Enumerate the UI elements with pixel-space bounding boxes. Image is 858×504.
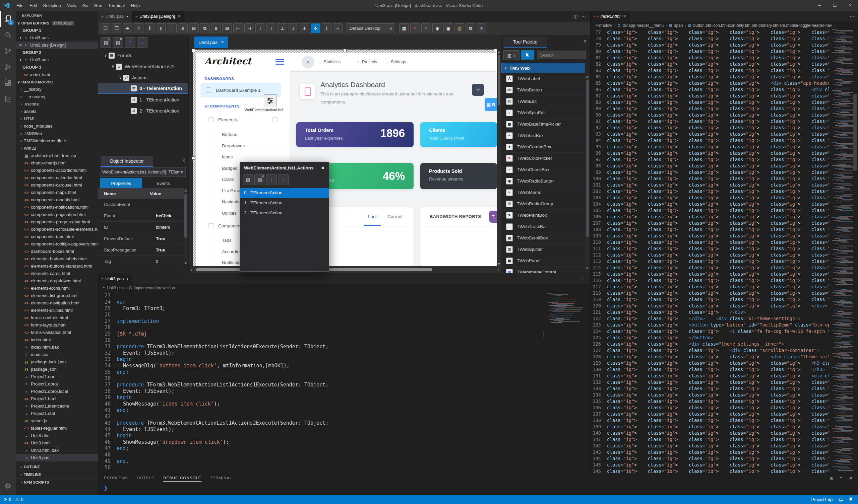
code-line[interactable]: 105class="ig"> class="ig"> class="ig"> c… bbox=[591, 207, 829, 214]
file-Project1-dproj-local[interactable]: ≡Project1.dproj.local bbox=[16, 388, 98, 395]
palette-item-twebpaintbox[interactable]: ✎TWebPaintBox bbox=[502, 210, 585, 221]
palette-item-twebtrackbar[interactable]: ↔TWebTrackBar bbox=[502, 221, 585, 232]
code-line[interactable]: 91class="ig"> class="ig"> class="ig"> cl… bbox=[591, 118, 829, 125]
code-line[interactable]: 41end; bbox=[98, 407, 544, 413]
tree-item-form3[interactable]: ∨▦Form3 bbox=[98, 50, 188, 61]
blue-action-button[interactable]: ▤B bbox=[484, 98, 497, 111]
code-line[interactable]: 114class="ig"> class="ig"> class="ig"> c… bbox=[591, 264, 829, 271]
code-line[interactable]: 126class="ig"> class="ig"> <div class="t… bbox=[591, 341, 829, 347]
open-folder-icon[interactable]: ▤ bbox=[455, 23, 464, 33]
palette-item-twebcolorpicker[interactable]: ✎TWebColorPicker bbox=[502, 153, 585, 164]
close-panel-icon[interactable]: ✕ bbox=[849, 476, 853, 481]
file-charts-chartjs-html[interactable]: <>charts-chartjs.html bbox=[16, 159, 98, 167]
file-components-carousel-html[interactable]: <>components-carousel.html bbox=[16, 181, 98, 189]
resize-handle[interactable] bbox=[494, 49, 497, 52]
code-line[interactable]: 124class="ig"> class="ig"> class="ig"> <… bbox=[591, 328, 829, 335]
code-line[interactable]: 92class="ig"> class="ig"> class="ig"> cl… bbox=[591, 125, 829, 131]
code-line[interactable]: 109class="ig"> class="ig"> class="ig"> c… bbox=[591, 233, 829, 239]
workspace-header[interactable]: ∨ DASHBOARDVSC bbox=[16, 78, 98, 86]
file-elements-icons-html[interactable]: <>elements-icons.html bbox=[16, 284, 98, 292]
section-npm-scripts[interactable]: ›NPM SCRIPTS bbox=[16, 478, 98, 486]
file-Unit3-dfm[interactable]: ≡Unit3.dfm bbox=[16, 432, 98, 439]
checkbox-icon[interactable] bbox=[208, 117, 213, 122]
html-breadcrumb[interactable]: r-shadow›⊡div.app-header__menu›⊡span›⊡bu… bbox=[591, 22, 858, 29]
code-line[interactable]: 50 bbox=[98, 465, 544, 471]
menu-run[interactable]: Run bbox=[91, 3, 105, 8]
code-line[interactable]: 93class="ig"> class="ig"> class="ig"> cl… bbox=[591, 131, 829, 137]
palette-item-twebradiogroup[interactable]: ☰TWebRadioGroup bbox=[502, 198, 585, 210]
code-line[interactable]: 102class="ig"> class="ig"> class="ig"> c… bbox=[591, 188, 829, 195]
decrease-h-space-icon[interactable]: ⫶ bbox=[167, 23, 177, 33]
tab-properties[interactable]: Properties bbox=[100, 178, 142, 188]
size-to-width-icon[interactable]: ⇔ bbox=[333, 23, 343, 33]
cursor-tool-button[interactable] bbox=[521, 50, 534, 60]
move-up-icon[interactable]: ↑ bbox=[125, 37, 136, 48]
designer-horizontal-scrollbar[interactable]: ‹ › bbox=[189, 266, 501, 273]
delete-item-icon[interactable]: ▤✕ bbox=[254, 175, 265, 185]
file-components-tabs-html[interactable]: <>components-tabs.html bbox=[16, 233, 98, 241]
move-up-icon[interactable]: ↑ bbox=[266, 175, 277, 185]
file-Unit3-html[interactable]: <>Unit3.html bbox=[16, 439, 98, 447]
tab-unit3-pas-design[interactable]: ≡ Unit3.pas [Design] ✕ bbox=[132, 11, 185, 22]
device-selector[interactable]: Default Desktop ∨ bbox=[347, 23, 395, 33]
folder-node_modules[interactable]: ›node_modules bbox=[16, 123, 98, 130]
code-line[interactable]: 45begin bbox=[98, 433, 544, 439]
popup-item-2[interactable]: 2 - TElementAction bbox=[240, 208, 329, 218]
breadcrumb-item[interactable]: r-shadow bbox=[595, 23, 612, 28]
code-line[interactable]: 122class="ig"> class="ig"> </div> <div c… bbox=[591, 315, 829, 322]
search-icon[interactable] bbox=[0, 27, 16, 43]
code-line[interactable]: 115class="ig"> class="ig"> class="ig"> c… bbox=[591, 271, 829, 277]
code-line[interactable]: 24var bbox=[98, 299, 544, 305]
code-line[interactable]: 77class="ig"> class="ig"> class="ig"> cl… bbox=[591, 29, 829, 35]
folder--vscode[interactable]: ›.vscode bbox=[16, 100, 98, 108]
sidebar-item-tabs[interactable]: Tabs bbox=[222, 237, 232, 244]
menu-terminal[interactable]: Terminal bbox=[105, 3, 128, 8]
property-row-id[interactable]: IDbtnitem bbox=[98, 222, 184, 233]
code-line[interactable]: 79class="ig"> class="ig"> class="ig"> cl… bbox=[591, 42, 829, 48]
object-inspector-title[interactable]: Object Inspector bbox=[100, 156, 153, 167]
code-line[interactable]: 129class="ig"> class="ig"> class="ig"> c… bbox=[591, 360, 829, 367]
palette-item-tweblistbox[interactable]: ≡TWebListBox bbox=[502, 130, 585, 141]
popup-title[interactable]: WebElementActionList1.Actions ✕ bbox=[240, 162, 329, 174]
align-bottom-icon[interactable]: ⊥ bbox=[277, 23, 287, 33]
align-to-grid-icon[interactable]: ⇹ bbox=[123, 23, 132, 33]
property-row-preventdefault[interactable]: PreventDefaultTrue bbox=[98, 233, 184, 244]
property-row-stoppropagation[interactable]: StopPropagationTrue bbox=[98, 244, 184, 256]
code-line[interactable]: 142class="ig"> class="ig"> class="ig"> c… bbox=[591, 443, 829, 449]
menu-file[interactable]: File bbox=[13, 3, 27, 8]
source-control-icon[interactable] bbox=[0, 43, 16, 59]
code-line[interactable]: 39begin bbox=[98, 394, 544, 401]
code-line[interactable]: 89class="ig"> class="ig"> class="ig"> cl… bbox=[591, 105, 829, 112]
pascal-code-editor[interactable]: 2324var25 Form3: TForm3;2627implementati… bbox=[98, 293, 544, 473]
code-line[interactable]: 113class="ig"> class="ig"> class="ig"> c… bbox=[591, 258, 829, 264]
sidebar-item-buttons[interactable]: Buttons bbox=[222, 131, 237, 138]
code-line[interactable]: 98class="ig"> class="ig"> class="ig"> cl… bbox=[591, 163, 829, 169]
pascal-minimap[interactable] bbox=[546, 293, 585, 324]
menu-go[interactable]: Go bbox=[79, 3, 91, 8]
select-parent-icon[interactable]: ▣ bbox=[443, 23, 453, 33]
popup-item-1[interactable]: 1 - TElementAction bbox=[240, 198, 329, 208]
maximize-panel-icon[interactable]: ⌃ bbox=[839, 476, 843, 481]
file-elements-badges-labels-html[interactable]: <>elements-badges-labels.html bbox=[16, 255, 98, 262]
palette-section-tms-web[interactable]: ∨ TMS Web bbox=[502, 63, 585, 73]
file-components-modals-html[interactable]: <>components-modals.html bbox=[16, 196, 98, 204]
center-horizontally-icon[interactable]: ✛ bbox=[300, 23, 309, 33]
settings-gear-icon[interactable]: ⚙ bbox=[0, 478, 16, 494]
bandwidth-button[interactable]: T bbox=[489, 211, 497, 223]
code-line[interactable]: 99class="ig"> class="ig"> class="ig"> cl… bbox=[591, 169, 829, 176]
errors-count[interactable]: 0 bbox=[9, 497, 11, 502]
file-components-maps-html[interactable]: <>components-maps.html bbox=[16, 189, 98, 196]
tab-unit3-pas-code[interactable]: ≡ Unit3.pas ● bbox=[98, 273, 132, 284]
code-line[interactable]: 127class="ig"> class="ig"> class="ig"> <… bbox=[591, 347, 829, 354]
palette-item-twebcombobox[interactable]: ▼TWebComboBox bbox=[502, 141, 585, 153]
extensions-icon[interactable] bbox=[0, 75, 16, 91]
sidebar-item-cards[interactable]: Cards bbox=[222, 176, 234, 183]
search-button[interactable]: ⌕ bbox=[302, 55, 314, 68]
code-line[interactable]: 143class="ig"> class="ig"> class="ig"> c… bbox=[591, 449, 829, 455]
file-Project1-html[interactable]: <>Project1.html bbox=[16, 395, 98, 403]
file-index-html-bak[interactable]: ≡index.html.bak bbox=[16, 344, 98, 351]
close-tab-icon[interactable]: ✕ bbox=[623, 14, 626, 18]
folder-HTML[interactable]: ›HTML bbox=[16, 115, 98, 123]
folder-Win32[interactable]: ›Win32 bbox=[16, 145, 98, 152]
panel-tab-terminal[interactable]: TERMINAL bbox=[210, 476, 232, 482]
